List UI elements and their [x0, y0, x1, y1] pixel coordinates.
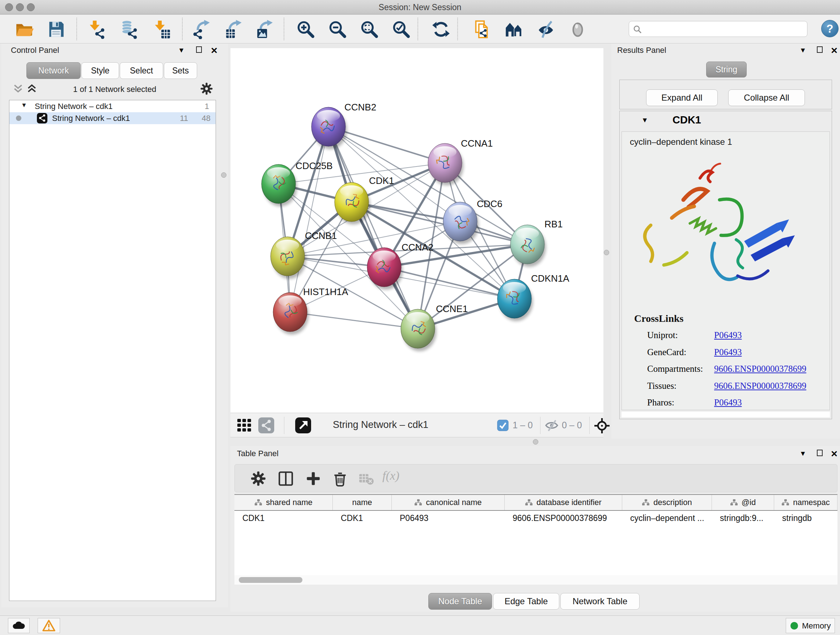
table-mode-gear-icon[interactable] [250, 470, 267, 487]
panel-close-icon[interactable]: ✕ [831, 46, 838, 56]
detach-view-icon[interactable] [295, 417, 311, 433]
right-splitter-handle[interactable] [604, 250, 609, 255]
open-session-icon[interactable] [14, 19, 34, 39]
network-collection-row[interactable]: ▼ String Network – cdk1 1 [9, 100, 216, 112]
column-header-shared-name[interactable]: shared name [234, 495, 333, 510]
collection-caret-icon[interactable]: ▼ [21, 102, 27, 109]
network-graph[interactable]: CCNB2CCNA1CDC25BCDK1CDC6RB1CCNB1CCNA2CDK… [231, 48, 603, 413]
column-header-database-identifier[interactable]: database identifier [505, 495, 622, 510]
control-panel-title: Control Panel [11, 46, 59, 55]
column-header-description[interactable]: description [622, 495, 712, 510]
import-table-icon[interactable] [152, 19, 172, 39]
network-node-CDC6[interactable]: CDC6 [443, 198, 502, 244]
table-cell[interactable]: stringdb [774, 511, 837, 525]
scrollbar-thumb[interactable] [239, 577, 302, 583]
network-edge[interactable] [384, 267, 515, 299]
crosslink-pharos-link[interactable]: P06493 [714, 397, 742, 408]
panel-close-icon[interactable]: ✕ [210, 46, 218, 56]
create-column-icon[interactable] [305, 470, 322, 487]
export-network-icon[interactable] [193, 19, 212, 39]
tab-edge-table[interactable]: Edge Table [493, 593, 559, 610]
table-cell[interactable]: 9606.ENSP00000378699 [505, 511, 622, 525]
crosslink-compartments-link[interactable]: 9606.ENSP00000378699 [714, 364, 806, 374]
delete-columns-icon[interactable] [332, 470, 348, 487]
table-row[interactable]: CDK1CDK1P064939606.ENSP00000378699cyclin… [234, 511, 837, 525]
network-options-gear-icon[interactable] [200, 82, 213, 97]
network-node-CDC25B[interactable]: CDC25B [262, 160, 333, 206]
refresh-icon[interactable] [431, 19, 451, 39]
zoom-in-icon[interactable] [296, 19, 316, 39]
export-image-icon[interactable] [256, 19, 275, 39]
table-horizontal-scrollbar[interactable] [234, 575, 837, 585]
birdseye-crosshair-icon[interactable] [594, 417, 610, 435]
network-edge[interactable] [290, 127, 328, 312]
network-edge[interactable] [290, 312, 418, 329]
tab-network[interactable]: Network [27, 62, 81, 79]
crosslink-tissues-link[interactable]: 9606.ENSP00000378699 [714, 381, 806, 391]
left-splitter-handle[interactable] [221, 172, 226, 178]
warnings-button[interactable] [38, 618, 60, 633]
tab-style[interactable]: Style [81, 62, 119, 79]
node-label: CDK1 [369, 175, 394, 186]
memory-button[interactable]: Memory [786, 618, 835, 633]
help-icon[interactable]: ? [821, 20, 838, 37]
network-node-HIST1H1A[interactable]: HIST1H1A [273, 287, 348, 334]
table-cell[interactable]: stringdb:9... [712, 511, 774, 525]
node-label: CCNB1 [305, 230, 337, 241]
tab-sets[interactable]: Sets [164, 62, 197, 79]
column-header-canonical-name[interactable]: canonical name [392, 495, 505, 510]
panel-menu-icon[interactable]: ▼ [799, 450, 806, 458]
new-network-from-selection-icon[interactable] [472, 19, 492, 39]
network-node-CCNB2[interactable]: CCNB2 [311, 102, 376, 149]
tab-node-table[interactable]: Node Table [428, 593, 492, 610]
crosslink-genecard-link[interactable]: P06493 [714, 347, 742, 357]
import-network-file-icon[interactable] [87, 19, 106, 39]
tab-select[interactable]: Select [120, 62, 163, 79]
panel-menu-icon[interactable]: ▼ [799, 46, 806, 54]
network-node-CDKN1A[interactable]: CDKN1A [497, 273, 569, 321]
zoom-fit-icon[interactable] [360, 19, 379, 39]
zoom-selected-icon[interactable] [392, 19, 411, 39]
network-view-type-icon[interactable] [258, 417, 274, 433]
table-cell[interactable]: CDK1 [234, 511, 333, 525]
column-header--id[interactable]: @id [712, 495, 774, 510]
network-node-CDK1[interactable]: CDK1 [335, 175, 394, 225]
column-header-namespac[interactable]: namespac [774, 495, 837, 510]
panel-menu-icon[interactable]: ▼ [178, 46, 185, 54]
tab-string[interactable]: String [706, 62, 747, 78]
collapse-all-button[interactable]: Collapse All [728, 89, 805, 106]
first-neighbors-icon[interactable] [504, 19, 524, 39]
network-edge[interactable] [328, 127, 418, 329]
panel-float-icon[interactable] [817, 450, 823, 458]
save-session-icon[interactable] [46, 19, 66, 39]
expand-all-button[interactable]: Expand All [646, 89, 718, 106]
panel-close-icon[interactable]: ✕ [831, 449, 838, 459]
hidden-eye-icon[interactable] [545, 419, 559, 433]
panel-float-icon[interactable] [817, 46, 823, 54]
cloud-button[interactable] [8, 618, 30, 633]
zoom-out-icon[interactable] [328, 19, 347, 39]
table-cell[interactable]: P06493 [392, 511, 505, 525]
tab-network-table[interactable]: Network Table [561, 593, 639, 610]
network-node-CCNE1[interactable]: CCNE1 [401, 303, 468, 351]
table-cell[interactable]: cyclin–dependent ... [622, 511, 712, 525]
delete-table-icon-disabled [358, 470, 374, 487]
network-canvas[interactable]: CCNB2CCNA1CDC25BCDK1CDC6RB1CCNB1CCNA2CDK… [231, 48, 603, 413]
network-node-RB1[interactable]: RB1 [510, 219, 563, 267]
panel-float-icon[interactable] [196, 46, 202, 54]
grid-view-icon[interactable] [237, 418, 252, 434]
show-all-icon[interactable] [568, 19, 587, 39]
network-row[interactable]: String Network – cdk1 11 48 [9, 112, 216, 124]
show-columns-icon[interactable] [278, 470, 294, 487]
hide-selected-icon[interactable] [536, 19, 556, 39]
bottom-splitter-handle[interactable] [533, 439, 538, 445]
export-table-icon[interactable] [224, 19, 244, 39]
crosslink-uniprot-link[interactable]: P06493 [714, 330, 742, 340]
column-header-name[interactable]: name [333, 495, 392, 510]
search-input[interactable] [645, 22, 804, 35]
selected-checkbox-icon[interactable] [497, 420, 508, 432]
crosslink-label: GeneCard: [647, 347, 686, 357]
import-network-database-icon[interactable] [119, 19, 139, 39]
table-cell[interactable]: CDK1 [333, 511, 392, 525]
protein-caret-icon[interactable]: ▼ [641, 116, 648, 124]
